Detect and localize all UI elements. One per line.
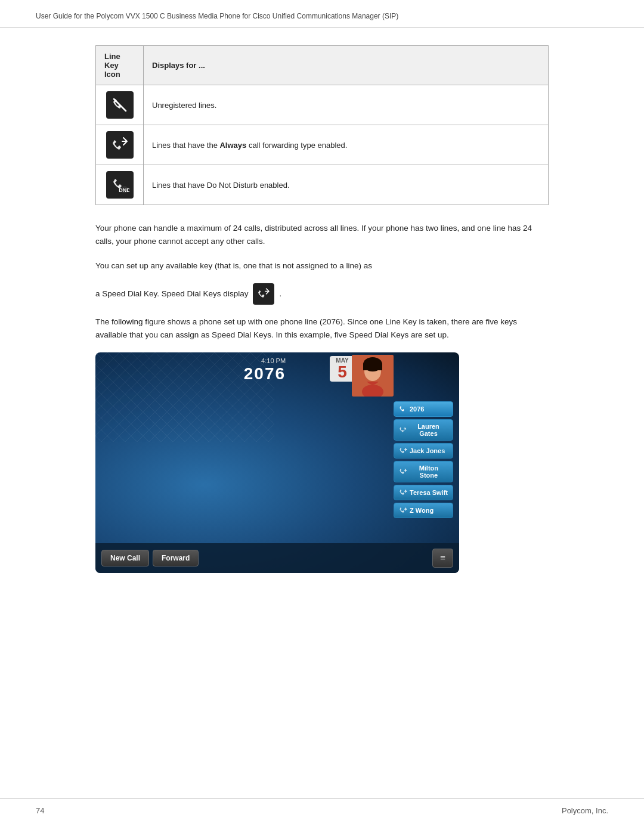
svg-rect-7	[363, 364, 382, 370]
unregistered-phone-svg	[110, 95, 129, 114]
phone-extension: 2076	[244, 364, 286, 383]
table-row: Lines that have the Always call forwardi…	[96, 125, 549, 165]
new-call-softkey[interactable]: New Call	[101, 550, 149, 566]
speed-dial-icon-4	[399, 488, 407, 497]
dnd-icon: DND	[106, 171, 134, 199]
menu-button[interactable]: ≡	[432, 549, 453, 568]
table-row: DND Lines that have Do Not Disturb enabl…	[96, 165, 549, 205]
phone-time: 4:10 PM	[244, 357, 286, 364]
icon-cell-always-forward	[96, 125, 144, 165]
paragraph-1: Your phone can handle a maximum of 24 ca…	[95, 222, 549, 249]
svg-text:DND: DND	[119, 187, 129, 193]
calendar-widget: May 5	[330, 356, 355, 382]
always-forward-icon	[106, 131, 134, 159]
phone-time-number-display: 4:10 PM 2076	[244, 357, 286, 383]
speed-dial-period: .	[279, 289, 281, 298]
cal-day: 5	[338, 364, 347, 380]
phone-btn-lauren-gates[interactable]: Lauren Gates	[394, 419, 453, 441]
phone-right-buttons: 2076 Lauren Gates Jack Jones	[394, 356, 453, 518]
speed-dial-icon	[253, 283, 274, 305]
desc-always-forward: Lines that have the Always call forwardi…	[144, 125, 549, 165]
speed-dial-icon-2	[399, 447, 407, 455]
dnd-phone-svg: DND	[110, 175, 129, 194]
phone-line-icon	[399, 405, 407, 413]
page-footer: 74 Polycom, Inc.	[0, 798, 644, 815]
col-line-key-icon: Line Key Icon	[96, 46, 144, 85]
icon-cell-unregistered	[96, 85, 144, 125]
line-key-table: Line Key Icon Displays for ... Unregiste…	[95, 45, 549, 205]
always-forward-svg	[110, 135, 129, 154]
icon-cell-dnd: DND	[96, 165, 144, 205]
speed-dial-icon-3	[399, 467, 407, 476]
desc-unregistered: Unregistered lines.	[144, 85, 549, 125]
paragraph-2: You can set up any available key (that i…	[95, 259, 549, 272]
phone-btn-milton-stone[interactable]: Milton Stone	[394, 461, 453, 482]
speed-dial-icon-5	[399, 506, 407, 515]
phone-btn-z-wong[interactable]: Z Wong	[394, 503, 453, 518]
forward-softkey[interactable]: Forward	[153, 550, 199, 566]
paragraph-5: The following figure shows a phone set u…	[95, 315, 549, 342]
speed-dial-icon-1	[399, 426, 407, 434]
phone-btn-teresa-swift[interactable]: Teresa Swift	[394, 485, 453, 500]
company-name: Polycom, Inc.	[562, 806, 608, 815]
page-header: User Guide for the Polycom VVX 1500 C Bu…	[0, 0, 644, 27]
page-number: 74	[36, 806, 44, 815]
phone-avatar	[352, 355, 394, 397]
main-content: Line Key Icon Displays for ... Unregiste…	[0, 27, 644, 614]
header-text: User Guide for the Polycom VVX 1500 C Bu…	[36, 12, 398, 20]
phone-screen: 4:10 PM 2076 May 5	[95, 352, 459, 573]
desc-dnd: Lines that have Do Not Disturb enabled.	[144, 165, 549, 205]
phone-btn-jack-jones[interactable]: Jack Jones	[394, 443, 453, 459]
unregistered-icon	[106, 91, 134, 119]
speed-dial-text: a Speed Dial Key. Speed Dial Keys displa…	[95, 289, 248, 298]
phone-bottom-bar: New Call Forward ≡	[95, 543, 459, 573]
phone-screenshot: 4:10 PM 2076 May 5	[95, 352, 459, 573]
phone-btn-2076[interactable]: 2076	[394, 401, 453, 417]
col-displays-for: Displays for ...	[144, 46, 549, 85]
speed-dial-line: a Speed Dial Key. Speed Dial Keys displa…	[95, 283, 549, 305]
table-row: Unregistered lines.	[96, 85, 549, 125]
